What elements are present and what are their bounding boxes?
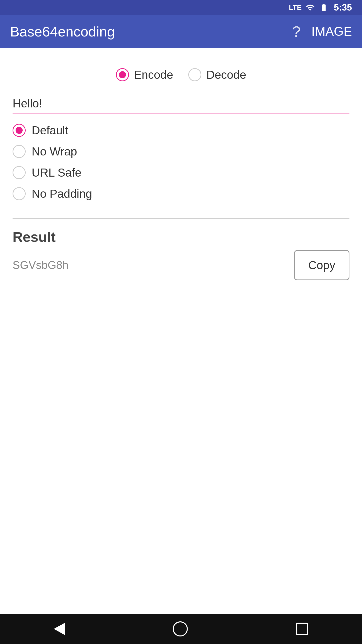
- option-urlsafe-label: URL Safe: [32, 166, 81, 179]
- option-default[interactable]: Default: [13, 124, 349, 137]
- encoding-options: Default No Wrap URL Safe No Padding: [13, 124, 349, 200]
- encode-label: Encode: [134, 68, 173, 82]
- copy-button[interactable]: Copy: [294, 250, 349, 280]
- decode-option[interactable]: Decode: [188, 68, 246, 82]
- status-time: 5:35: [334, 2, 352, 13]
- home-icon: [173, 621, 188, 636]
- encode-radio[interactable]: [116, 68, 129, 81]
- option-nopadding[interactable]: No Padding: [13, 187, 349, 200]
- main-content: Encode Decode Default No Wrap URL Safe N…: [0, 48, 362, 614]
- back-icon: [54, 623, 65, 635]
- recent-icon: [296, 623, 308, 635]
- option-urlsafe[interactable]: URL Safe: [13, 166, 349, 179]
- lte-icon: LTE: [289, 4, 302, 12]
- battery-icon: [319, 3, 329, 12]
- option-nopadding-radio[interactable]: [13, 187, 26, 200]
- option-default-label: Default: [32, 124, 68, 137]
- app-bar: Base64encoding ? IMAGE: [0, 15, 362, 48]
- result-row: SGVsbG8h Copy: [13, 250, 349, 280]
- divider: [13, 218, 349, 219]
- text-input[interactable]: [13, 94, 349, 113]
- encode-option[interactable]: Encode: [116, 68, 173, 82]
- nav-back-button[interactable]: [54, 623, 65, 635]
- encode-decode-row: Encode Decode: [13, 68, 349, 82]
- signal-icon: [306, 3, 315, 12]
- nav-home-button[interactable]: [173, 621, 188, 636]
- option-nowrap-label: No Wrap: [32, 145, 77, 158]
- app-title: Base64encoding: [10, 23, 281, 40]
- result-title: Result: [13, 229, 349, 245]
- status-icons: LTE: [289, 3, 329, 12]
- decode-label: Decode: [206, 68, 246, 82]
- help-icon[interactable]: ?: [286, 23, 306, 40]
- option-nopadding-label: No Padding: [32, 187, 92, 200]
- result-section: Result SGVsbG8h Copy: [13, 229, 349, 280]
- image-button[interactable]: IMAGE: [311, 24, 352, 39]
- nav-bar: [0, 614, 362, 644]
- nav-recent-button[interactable]: [296, 623, 308, 635]
- text-input-container: [13, 94, 349, 113]
- option-nowrap[interactable]: No Wrap: [13, 145, 349, 158]
- decode-radio[interactable]: [188, 68, 201, 81]
- option-default-radio[interactable]: [13, 124, 26, 137]
- option-nowrap-radio[interactable]: [13, 145, 26, 158]
- status-bar: LTE 5:35: [0, 0, 362, 15]
- result-value: SGVsbG8h: [13, 259, 284, 271]
- option-urlsafe-radio[interactable]: [13, 166, 26, 179]
